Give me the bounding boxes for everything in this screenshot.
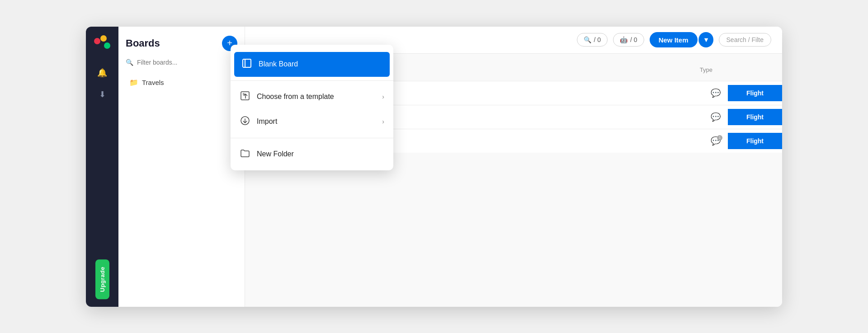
travels-folder[interactable]: 📁 Travels xyxy=(126,75,237,89)
new-item-group: New Item ▾ xyxy=(650,32,713,47)
search-filter-text: Search / Filte xyxy=(726,36,764,43)
type-column-label: Type xyxy=(700,66,771,73)
chevron-right-icon: › xyxy=(382,93,384,100)
boards-sidebar: Boards + 🔍 ≡ 📁 Travels Blank Board xyxy=(118,27,245,307)
flight-badge[interactable]: Flight xyxy=(728,109,782,125)
search-icon: 🔍 xyxy=(126,59,133,66)
blank-board-item[interactable]: Blank Board xyxy=(234,52,390,77)
template-icon xyxy=(240,91,250,103)
filter-row: 🔍 ≡ xyxy=(126,58,237,66)
new-item-dropdown-button[interactable]: ▾ xyxy=(698,32,713,47)
new-folder-item[interactable]: New Folder xyxy=(231,142,393,167)
choose-template-item[interactable]: Choose from a template › xyxy=(231,84,393,109)
search-badge-icon: 🔍 xyxy=(584,36,591,43)
comment-icon[interactable]: 💬 xyxy=(711,112,721,122)
nav-sidebar: 🔔 ⬇ Upgrade xyxy=(86,27,118,307)
comment-icon[interactable]: 💬 xyxy=(711,88,721,98)
choose-template-label: Choose from a template xyxy=(257,93,334,101)
filter-input[interactable] xyxy=(137,59,230,66)
import-label: Import xyxy=(257,117,277,126)
blank-board-label: Blank Board xyxy=(259,60,298,68)
folder-label: Travels xyxy=(142,79,164,86)
download-icon[interactable]: ⬇ xyxy=(93,85,111,103)
new-folder-label: New Folder xyxy=(257,150,294,158)
app-logo xyxy=(93,34,112,53)
robot-badge-count: / 0 xyxy=(630,36,637,43)
robot-badge[interactable]: 🤖 / 0 xyxy=(613,33,644,47)
robot-badge-icon: 🤖 xyxy=(620,36,627,43)
boards-title: Boards xyxy=(126,38,160,49)
flight-badge[interactable]: Flight xyxy=(728,133,782,149)
svg-rect-5 xyxy=(241,92,249,100)
folder-icon: 📁 xyxy=(129,78,138,87)
svg-point-6 xyxy=(243,93,245,94)
svg-point-1 xyxy=(100,35,107,42)
blank-board-icon xyxy=(241,58,252,70)
search-badge-count: / 0 xyxy=(594,36,601,43)
import-icon xyxy=(240,116,250,128)
flight-badge[interactable]: Flight xyxy=(728,85,782,101)
search-badge[interactable]: 🔍 / 0 xyxy=(577,33,608,47)
divider-1 xyxy=(231,80,393,81)
new-item-button[interactable]: New Item xyxy=(650,32,698,47)
search-filter[interactable]: Search / Filte xyxy=(719,33,771,47)
dropdown-menu: Blank Board Choose from a template › xyxy=(231,45,393,170)
boards-header: Boards + xyxy=(126,36,237,51)
comment-icon[interactable]: 💬 1 xyxy=(711,136,721,146)
svg-point-2 xyxy=(104,42,110,49)
comment-count: 1 xyxy=(717,135,722,141)
upgrade-button[interactable]: Upgrade xyxy=(95,259,109,299)
divider-2 xyxy=(231,138,393,138)
import-chevron-icon: › xyxy=(382,118,384,125)
svg-rect-3 xyxy=(243,59,251,67)
new-folder-icon xyxy=(240,148,250,160)
svg-point-0 xyxy=(94,38,100,44)
bell-icon[interactable]: 🔔 xyxy=(93,64,111,82)
import-item[interactable]: Import › xyxy=(231,109,393,134)
app-window: 🔔 ⬇ Upgrade Boards + 🔍 ≡ 📁 Travels xyxy=(86,27,782,307)
